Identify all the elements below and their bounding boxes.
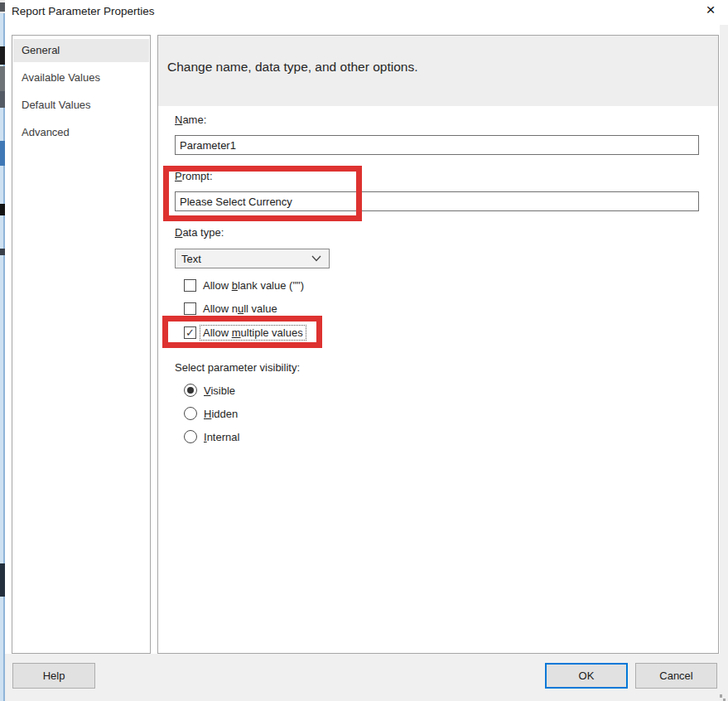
internal-label: Internal — [204, 431, 239, 443]
visible-label: Visible — [204, 384, 235, 397]
allow-null-value-label: Allow null value — [203, 302, 277, 315]
allow-null-value-checkbox[interactable] — [184, 302, 196, 315]
chevron-down-icon — [311, 255, 321, 262]
sidebar-item-available-values[interactable]: Available Values — [13, 66, 149, 89]
close-icon[interactable]: × — [698, 0, 723, 20]
allow-multiple-values-checkbox[interactable]: ✓ — [184, 326, 196, 339]
name-label: Name: — [175, 114, 206, 126]
visible-radio[interactable] — [184, 384, 197, 397]
help-button[interactable]: Help — [12, 663, 95, 689]
general-page-panel: Change name, data type, and other option… — [157, 35, 719, 654]
allow-null-value-row[interactable]: Allow null value — [184, 302, 277, 315]
page-header-text: Change name, data type, and other option… — [167, 60, 417, 75]
visibility-section-label: Select parameter visibility: — [175, 361, 300, 374]
hidden-label: Hidden — [204, 408, 238, 420]
allow-multiple-values-label: Allow multiple values — [200, 326, 306, 340]
sidebar-item-general[interactable]: General — [13, 39, 149, 62]
allow-multiple-values-row[interactable]: ✓ Allow multiple values — [184, 326, 306, 340]
allow-blank-value-checkbox[interactable] — [184, 279, 196, 292]
allow-blank-value-row[interactable]: Allow blank value ("") — [184, 279, 304, 292]
visibility-internal-row[interactable]: Internal — [184, 430, 239, 443]
checkmark-icon: ✓ — [186, 327, 195, 338]
sidebar-item-advanced[interactable]: Advanced — [13, 121, 149, 144]
ok-button[interactable]: OK — [545, 663, 628, 689]
allow-blank-value-label: Allow blank value ("") — [203, 279, 304, 292]
cancel-button[interactable]: Cancel — [635, 663, 717, 689]
sidebar: General Available Values Default Values … — [12, 35, 151, 654]
background-app-right-edge — [720, 25, 728, 701]
data-type-label: Data type: — [175, 226, 224, 239]
data-type-dropdown[interactable]: Text — [175, 249, 330, 268]
dialog-title: Report Parameter Properties — [12, 5, 155, 17]
sidebar-item-default-values[interactable]: Default Values — [13, 94, 149, 117]
name-input[interactable] — [175, 135, 699, 155]
background-app-edge — [0, 0, 5, 701]
internal-radio[interactable] — [184, 430, 197, 443]
hidden-radio[interactable] — [184, 407, 197, 420]
report-parameter-properties-dialog: Report Parameter Properties × General Av… — [0, 0, 728, 701]
visibility-visible-row[interactable]: Visible — [184, 384, 235, 397]
data-type-selected-value: Text — [176, 253, 311, 265]
visibility-hidden-row[interactable]: Hidden — [184, 407, 238, 420]
prompt-input[interactable] — [175, 191, 699, 211]
prompt-label: Prompt: — [175, 170, 213, 182]
page-header: Change name, data type, and other option… — [158, 36, 718, 106]
